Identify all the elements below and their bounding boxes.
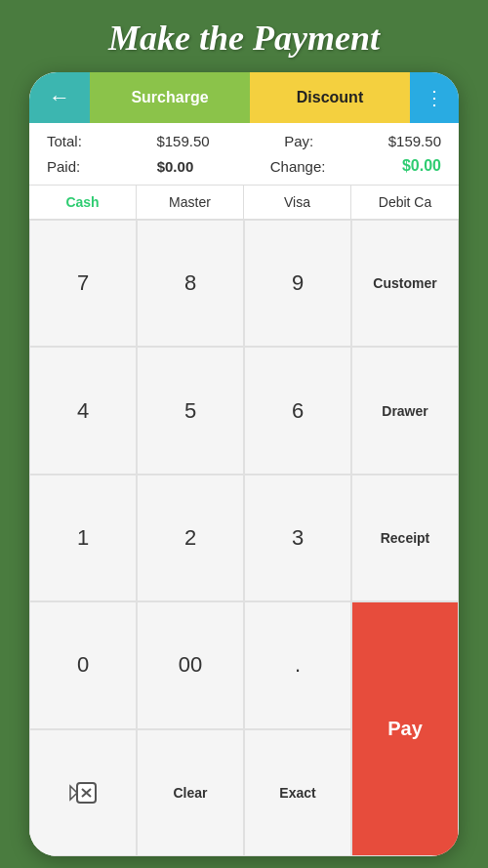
payment-visa[interactable]: Visa [244, 186, 351, 219]
back-arrow-icon: ← [49, 85, 70, 110]
discount-label: Discount [297, 89, 363, 106]
payment-cash[interactable]: Cash [29, 186, 137, 219]
change-value: $0.00 [402, 157, 441, 175]
key-2[interactable]: 2 [137, 475, 244, 601]
keypad: 7 8 9 Customer 4 5 6 Drawer 1 2 3 Receip… [29, 220, 459, 856]
phone-container: ← Surcharge Discount ⋮ Total: $159.50 Pa… [29, 72, 459, 856]
key-00[interactable]: 00 [137, 601, 244, 728]
back-button[interactable]: ← [29, 72, 90, 123]
payment-methods: Cash Master Visa Debit Ca [29, 186, 459, 220]
key-4[interactable]: 4 [29, 347, 137, 474]
info-section: Total: $159.50 Pay: $159.50 Paid: $0.00 … [29, 123, 459, 186]
key-9[interactable]: 9 [244, 220, 351, 347]
more-button[interactable]: ⋮ [410, 72, 459, 123]
key-dot[interactable]: . [244, 601, 351, 728]
key-1[interactable]: 1 [29, 475, 137, 601]
paid-label: Paid: [47, 158, 80, 175]
key-pay[interactable]: Pay [351, 601, 459, 856]
total-value: $159.50 [156, 133, 209, 149]
key-customer[interactable]: Customer [351, 220, 459, 347]
total-label: Total: [47, 133, 82, 149]
total-row: Total: $159.50 Pay: $159.50 [39, 129, 449, 153]
key-0[interactable]: 0 [29, 601, 137, 728]
key-exact[interactable]: Exact [244, 729, 351, 856]
payment-debit[interactable]: Debit Ca [351, 186, 459, 219]
key-backspace[interactable] [29, 729, 137, 856]
more-dots-icon: ⋮ [425, 86, 445, 109]
paid-value: $0.00 [157, 158, 194, 175]
paid-row: Paid: $0.00 Change: $0.00 [39, 153, 449, 179]
key-7[interactable]: 7 [29, 220, 137, 347]
top-bar: ← Surcharge Discount ⋮ [29, 72, 459, 123]
discount-button[interactable]: Discount [250, 72, 410, 123]
pay-label: Pay: [284, 133, 313, 149]
surcharge-button[interactable]: Surcharge [90, 72, 250, 123]
pay-value: $159.50 [388, 133, 441, 149]
key-6[interactable]: 6 [244, 347, 351, 474]
key-receipt[interactable]: Receipt [351, 475, 459, 601]
key-5[interactable]: 5 [137, 347, 244, 474]
svg-marker-1 [70, 786, 77, 800]
key-clear[interactable]: Clear [137, 729, 244, 856]
change-label: Change: [270, 158, 326, 175]
key-8[interactable]: 8 [137, 220, 244, 347]
key-3[interactable]: 3 [244, 475, 351, 601]
page-title: Make the Payment [99, 0, 389, 72]
payment-master[interactable]: Master [137, 186, 244, 219]
key-drawer[interactable]: Drawer [351, 347, 459, 474]
surcharge-label: Surcharge [131, 89, 208, 106]
